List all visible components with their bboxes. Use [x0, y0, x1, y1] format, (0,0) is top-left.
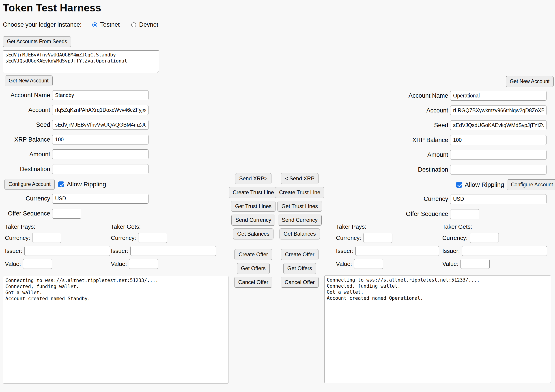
get-accounts-from-seeds-button[interactable]: Get Accounts From Seeds: [3, 36, 71, 47]
operational-send-currency-button[interactable]: Send Currency: [278, 214, 322, 226]
standby-allow-rippling-checkbox[interactable]: [58, 181, 64, 187]
standby-seed-label: Seed: [0, 121, 52, 128]
standby-account-name-input[interactable]: [52, 90, 148, 100]
operational-send-xrp-button[interactable]: < Send XRP: [281, 173, 319, 184]
standby-account-name-label: Account Name: [0, 92, 52, 99]
operational-create-trust-line-button[interactable]: Create Trust Line: [275, 187, 324, 198]
operational-taker-gets-issuer-label: Issuer:: [442, 248, 460, 254]
standby-get-trust-lines-button[interactable]: Get Trust Lines: [231, 201, 276, 212]
operational-account-form: Account Name Account Seed XRP Balance Am…: [376, 91, 553, 224]
standby-currency-input[interactable]: [52, 194, 148, 204]
operational-currency-label: Currency: [376, 196, 450, 202]
standby-taker-pays-value-label: Value:: [5, 260, 21, 267]
standby-destination-label: Destination: [0, 166, 52, 173]
standby-account-input[interactable]: [52, 105, 148, 115]
operational-seed-input[interactable]: [450, 120, 547, 130]
token-test-harness-page: Token Test Harness Choose your ledger in…: [0, 0, 555, 392]
standby-results-textarea[interactable]: Connecting to wss://s.altnet.rippletest.…: [3, 276, 228, 384]
operational-taker-gets-value-input[interactable]: [460, 259, 489, 269]
ledger-selector: Choose your ledger instance: Testnet Dev…: [3, 21, 158, 28]
operational-get-new-account-button[interactable]: Get New Account: [506, 76, 554, 87]
operational-taker-gets-heading: Taker Gets:: [442, 223, 547, 230]
standby-taker-gets-value-input[interactable]: [129, 259, 158, 269]
operational-taker-pays-issuer-input[interactable]: [355, 246, 439, 256]
standby-account-label: Account: [0, 107, 52, 114]
standby-taker-pays: Taker Pays: Currency: Issuer: Value:: [5, 223, 110, 272]
operational-taker-gets-currency-input[interactable]: [470, 233, 499, 243]
operational-offer-sequence-label: Offer Sequence: [376, 211, 450, 217]
operational-taker-gets-issuer-input[interactable]: [462, 246, 547, 256]
standby-taker-gets-value-label: Value:: [111, 260, 127, 267]
operational-taker-pays-value-label: Value:: [336, 260, 352, 267]
operational-create-offer-button[interactable]: Create Offer: [281, 249, 319, 260]
operational-xrp-balance-label: XRP Balance: [376, 137, 450, 144]
operational-taker-pays-currency-input[interactable]: [363, 233, 392, 243]
standby-cancel-offer-button[interactable]: Cancel Offer: [234, 277, 272, 288]
standby-taker-gets-heading: Taker Gets:: [111, 223, 216, 230]
standby-configure-account-button[interactable]: Configure Account: [5, 179, 55, 190]
standby-offer-sequence-label: Offer Sequence: [0, 210, 52, 217]
standby-taker-pays-currency-label: Currency:: [5, 235, 30, 242]
operational-cancel-offer-button[interactable]: Cancel Offer: [281, 277, 319, 288]
standby-taker-pays-heading: Taker Pays:: [5, 223, 110, 230]
operational-account-label: Account: [376, 107, 450, 114]
ledger-instance-label: Choose your ledger instance:: [3, 21, 81, 28]
testnet-radio[interactable]: [92, 22, 97, 27]
seeds-textarea[interactable]: sEdVjrMJEBvVfnvVwUQAQGBM4mZJCgC.Standby …: [3, 50, 159, 73]
operational-allow-rippling-checkbox[interactable]: [456, 182, 462, 188]
devnet-radio-label[interactable]: Devnet: [139, 21, 158, 28]
operational-get-trust-lines-button[interactable]: Get Trust Lines: [278, 201, 322, 212]
operational-amount-input[interactable]: [450, 150, 547, 160]
standby-allow-rippling-label: Allow Rippling: [67, 181, 106, 188]
standby-amount-input[interactable]: [52, 149, 148, 159]
standby-send-xrp-button[interactable]: Send XRP>: [235, 173, 271, 184]
operational-destination-label: Destination: [376, 166, 450, 173]
standby-send-currency-button[interactable]: Send Currency: [231, 214, 275, 226]
testnet-radio-group[interactable]: Testnet: [92, 21, 120, 28]
operational-offer-sequence-input[interactable]: [450, 209, 479, 219]
operational-taker-pays-heading: Taker Pays:: [336, 223, 439, 230]
standby-taker-gets: Taker Gets: Currency: Issuer: Value:: [111, 223, 216, 272]
standby-taker-pays-issuer-input[interactable]: [24, 246, 110, 256]
standby-create-offer-button[interactable]: Create Offer: [234, 249, 272, 260]
standby-xrp-balance-label: XRP Balance: [0, 136, 52, 143]
operational-get-balances-button[interactable]: Get Balances: [279, 229, 320, 239]
standby-taker-gets-issuer-label: Issuer:: [111, 248, 128, 254]
operational-account-name-input[interactable]: [450, 91, 547, 101]
standby-get-balances-button[interactable]: Get Balances: [233, 229, 273, 239]
operational-destination-input[interactable]: [450, 165, 547, 175]
standby-get-new-account-button[interactable]: Get New Account: [5, 75, 53, 86]
devnet-radio-group[interactable]: Devnet: [131, 21, 158, 28]
standby-seed-input[interactable]: [52, 120, 148, 130]
standby-account-form: Account Name Account Seed XRP Balance Am…: [0, 90, 152, 223]
standby-offer-sequence-input[interactable]: [52, 209, 81, 219]
testnet-radio-label[interactable]: Testnet: [100, 21, 120, 28]
operational-results-textarea[interactable]: Connecting to wss://s.altnet.rippletest.…: [324, 275, 551, 383]
devnet-radio[interactable]: [131, 22, 136, 27]
operational-configure-account-button[interactable]: Configure Account: [507, 179, 555, 190]
operational-taker-gets: Taker Gets: Currency: Issuer: Value:: [442, 223, 547, 272]
standby-destination-input[interactable]: [52, 164, 148, 174]
operational-taker-pays: Taker Pays: Currency: Issuer: Value:: [336, 223, 439, 272]
operational-account-input[interactable]: [450, 105, 547, 115]
operational-taker-pays-issuer-label: Issuer:: [336, 248, 353, 254]
operational-xrp-balance-input[interactable]: [450, 135, 547, 145]
operational-get-offers-button[interactable]: Get Offers: [283, 263, 316, 274]
standby-amount-label: Amount: [0, 151, 52, 158]
standby-taker-gets-issuer-input[interactable]: [130, 246, 216, 256]
standby-xrp-balance-input[interactable]: [52, 135, 148, 144]
operational-taker-gets-currency-label: Currency:: [442, 235, 468, 242]
operational-seed-label: Seed: [376, 122, 450, 129]
operational-taker-pays-value-input[interactable]: [354, 259, 383, 269]
operational-currency-input[interactable]: [450, 194, 547, 204]
standby-taker-gets-currency-input[interactable]: [138, 233, 167, 243]
standby-taker-pays-issuer-label: Issuer:: [5, 248, 22, 254]
standby-create-trust-line-button[interactable]: Create Trust Line: [229, 187, 278, 198]
standby-taker-gets-currency-label: Currency:: [111, 235, 136, 242]
operational-taker-pays-currency-label: Currency:: [336, 235, 361, 242]
standby-taker-pays-currency-input[interactable]: [32, 233, 61, 243]
standby-get-offers-button[interactable]: Get Offers: [237, 263, 270, 274]
standby-taker-pays-value-input[interactable]: [23, 259, 52, 269]
standby-actions-column: Send XRP> Create Trust Line Get Trust Li…: [231, 173, 276, 290]
operational-taker-gets-value-label: Value:: [442, 260, 459, 267]
